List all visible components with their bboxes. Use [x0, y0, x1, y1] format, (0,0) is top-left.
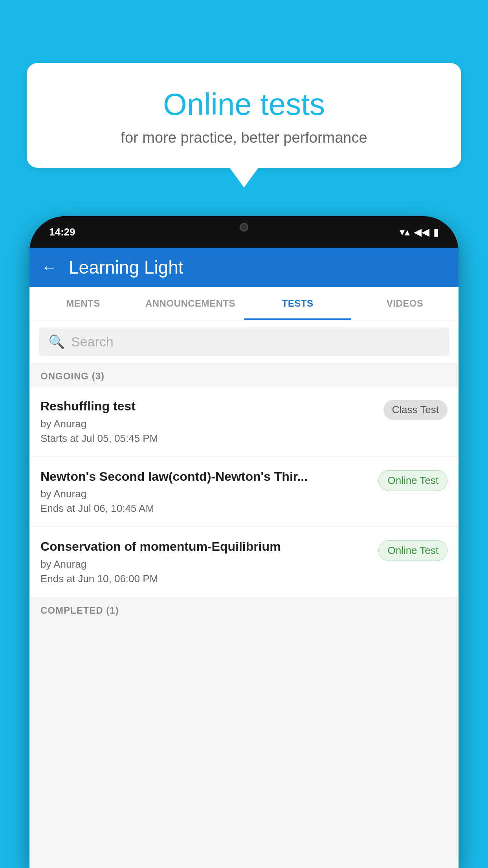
- test-item-3[interactable]: Conservation of momentum-Equilibrium by …: [29, 527, 459, 597]
- test-info-1: Reshuffling test by Anurag Starts at Jul…: [40, 398, 376, 445]
- test-name-2: Newton's Second law(contd)-Newton's Thir…: [40, 469, 371, 485]
- test-time-3: Ends at Jun 10, 06:00 PM: [40, 573, 371, 585]
- tab-assignments[interactable]: MENTS: [29, 287, 137, 320]
- notch-camera: [240, 223, 248, 232]
- tab-videos[interactable]: VIDEOS: [351, 287, 459, 320]
- status-bar: 14:29 ▾▴ ◀◀ ▮: [29, 216, 459, 248]
- phone-frame: 14:29 ▾▴ ◀◀ ▮ ← Learning Light MENTS ANN…: [29, 216, 459, 868]
- test-info-2: Newton's Second law(contd)-Newton's Thir…: [40, 469, 371, 515]
- ongoing-label: ONGOING (3): [40, 371, 105, 381]
- test-author-1: by Anurag: [40, 418, 376, 430]
- test-info-3: Conservation of momentum-Equilibrium by …: [40, 539, 371, 585]
- tabs-bar: MENTS ANNOUNCEMENTS TESTS VIDEOS: [29, 287, 459, 320]
- notch: [209, 216, 279, 238]
- speech-bubble: Online tests for more practice, better p…: [27, 63, 461, 168]
- phone-content: 🔍 Search ONGOING (3) Reshuffling test by…: [29, 320, 459, 868]
- search-bar-container: 🔍 Search: [29, 320, 459, 363]
- status-icons: ▾▴ ◀◀ ▮: [400, 226, 439, 238]
- test-item-2[interactable]: Newton's Second law(contd)-Newton's Thir…: [29, 457, 459, 527]
- tab-announcements[interactable]: ANNOUNCEMENTS: [137, 287, 244, 320]
- search-bar[interactable]: 🔍 Search: [39, 327, 449, 356]
- bubble-title: Online tests: [46, 86, 442, 122]
- test-time-2: Ends at Jul 06, 10:45 AM: [40, 502, 371, 515]
- ongoing-section-header: ONGOING (3): [29, 363, 459, 386]
- test-name-1: Reshuffling test: [40, 398, 376, 415]
- status-time: 14:29: [49, 226, 75, 238]
- completed-label: COMPLETED (1): [40, 605, 119, 616]
- search-placeholder: Search: [71, 334, 114, 349]
- app-bar-title: Learning Light: [69, 257, 183, 278]
- test-badge-1: Class Test: [383, 400, 448, 420]
- wifi-icon: ▾▴: [400, 226, 410, 238]
- signal-icon: ◀◀: [414, 226, 429, 238]
- app-bar: ← Learning Light: [29, 248, 459, 287]
- test-name-3: Conservation of momentum-Equilibrium: [40, 539, 371, 555]
- search-icon: 🔍: [48, 334, 65, 349]
- completed-section-header: COMPLETED (1): [29, 597, 459, 621]
- bubble-subtitle: for more practice, better performance: [46, 129, 442, 146]
- battery-icon: ▮: [433, 226, 439, 238]
- test-time-1: Starts at Jul 05, 05:45 PM: [40, 432, 376, 445]
- test-badge-2: Online Test: [378, 470, 448, 491]
- test-item-1[interactable]: Reshuffling test by Anurag Starts at Jul…: [29, 386, 459, 457]
- test-author-2: by Anurag: [40, 488, 371, 500]
- back-button[interactable]: ←: [41, 259, 57, 276]
- tab-tests[interactable]: TESTS: [244, 287, 351, 320]
- test-author-3: by Anurag: [40, 558, 371, 570]
- test-badge-3: Online Test: [378, 540, 448, 561]
